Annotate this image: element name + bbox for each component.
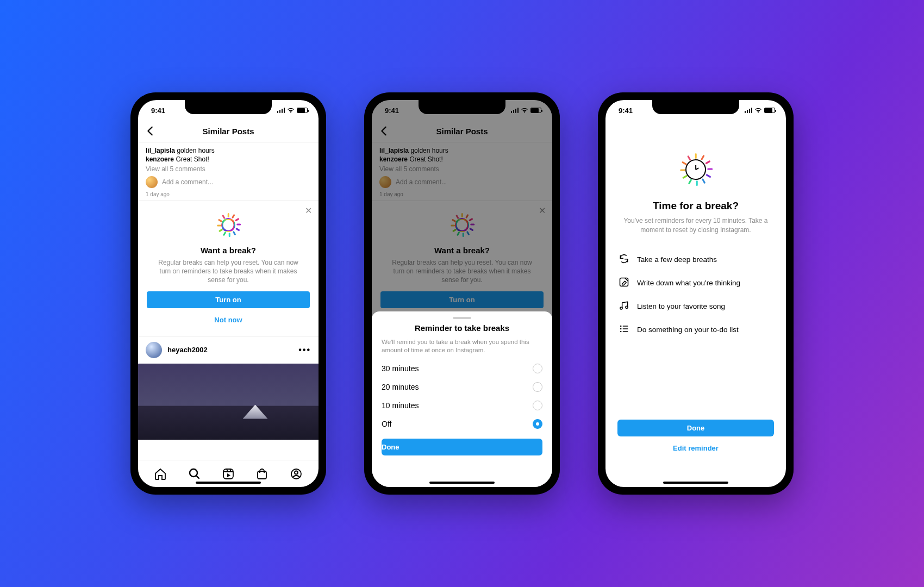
tip-item: Take a few deep breaths	[617, 248, 774, 271]
phone-frame-1: 9:41 Similar Posts lil_lapisla golden ho…	[130, 92, 326, 495]
break-card: ✕ Want a break? Regular breaks can help …	[138, 201, 319, 336]
page-title: Similar Posts	[202, 127, 254, 136]
status-icons	[277, 108, 308, 113]
tab-shop[interactable]	[255, 467, 269, 480]
comment-user: lil_lapisla	[146, 147, 175, 154]
view-all-comments[interactable]: View all 5 comments	[146, 165, 311, 173]
break-actions: Done Edit reminder	[617, 413, 774, 487]
svg-point-6	[620, 307, 622, 309]
radio-icon[interactable]	[533, 401, 542, 410]
avatar	[146, 176, 158, 188]
tip-text: Write down what you're thinking	[637, 279, 740, 287]
svg-rect-2	[258, 471, 266, 479]
home-indicator	[663, 482, 728, 484]
svg-point-7	[626, 306, 628, 308]
reminder-sheet: Reminder to take breaks We'll remind you…	[372, 311, 552, 487]
card-title: Want a break?	[147, 246, 310, 255]
home-indicator	[196, 482, 261, 484]
tip-item: Do something on your to-do list	[617, 318, 774, 341]
notch	[419, 100, 505, 114]
tab-search[interactable]	[188, 467, 201, 480]
svg-point-4	[295, 471, 298, 474]
tab-reels[interactable]	[222, 467, 235, 480]
sheet-desc: We'll remind you to take a break when yo…	[382, 338, 542, 355]
post-timestamp: 1 day ago	[146, 191, 311, 197]
music-icon	[619, 300, 629, 313]
post-username: heyach2002	[167, 346, 293, 354]
not-now-button[interactable]: Not now	[147, 313, 310, 327]
wifi-icon	[287, 108, 295, 113]
comment-user: kenzoere	[146, 155, 174, 163]
tips-list: Take a few deep breathsWrite down what y…	[617, 248, 774, 341]
back-icon[interactable]	[145, 125, 157, 137]
edit-reminder-button[interactable]: Edit reminder	[617, 441, 774, 455]
reminder-option[interactable]: 30 minutes	[382, 359, 542, 378]
status-time: 9:41	[151, 107, 165, 115]
option-label: 20 minutes	[382, 383, 419, 391]
more-icon[interactable]: •••	[298, 345, 311, 355]
card-desc: Regular breaks can help you reset. You c…	[147, 258, 310, 285]
phone-frame-2: 9:41 Similar Posts lil_lapisla golden ho…	[364, 92, 560, 495]
signal-icon	[745, 108, 753, 113]
nav-header: Similar Posts	[138, 121, 319, 142]
comment-text: golden hours	[177, 147, 214, 154]
tip-text: Listen to your favorite song	[637, 302, 725, 310]
svg-point-10	[620, 330, 622, 332]
tip-item: Listen to your favorite song	[617, 295, 774, 318]
edit-icon	[619, 277, 629, 289]
svg-rect-1	[223, 469, 233, 479]
screen-2: 9:41 Similar Posts lil_lapisla golden ho…	[372, 100, 552, 487]
post-header[interactable]: heyach2002 •••	[138, 336, 319, 364]
radio-icon[interactable]	[533, 382, 542, 392]
comment-text: Great Shot!	[176, 155, 209, 163]
battery-icon	[297, 108, 308, 113]
post-image[interactable]	[138, 364, 319, 440]
avatar	[146, 342, 162, 358]
list-icon	[619, 323, 629, 336]
reminder-option[interactable]: Off	[382, 415, 542, 433]
option-label: 10 minutes	[382, 401, 419, 410]
refresh-icon	[619, 253, 629, 266]
close-icon[interactable]: ✕	[305, 205, 312, 216]
done-button[interactable]: Done	[382, 439, 542, 455]
add-comment[interactable]: Add a comment...	[146, 176, 311, 188]
reminder-option[interactable]: 20 minutes	[382, 378, 542, 396]
comment-row[interactable]: kenzoere Great Shot!	[146, 155, 311, 163]
turn-on-button[interactable]: Turn on	[147, 291, 310, 308]
sheet-grabber[interactable]	[453, 317, 471, 319]
radio-icon[interactable]	[533, 419, 542, 429]
tip-text: Do something on your to-do list	[637, 326, 739, 334]
comments-block: lil_lapisla golden hours kenzoere Great …	[138, 142, 319, 201]
option-label: Off	[382, 420, 391, 428]
home-indicator	[429, 482, 495, 484]
tab-profile[interactable]	[290, 467, 303, 480]
feed-content: lil_lapisla golden hours kenzoere Great …	[138, 142, 319, 460]
break-title: Time for a break?	[617, 200, 774, 212]
wifi-icon	[754, 108, 762, 113]
phone-frame-3: 9:41 Time for a break? You've set remind…	[598, 92, 794, 495]
tip-item: Write down what you're thinking	[617, 271, 774, 295]
tip-text: Take a few deep breaths	[637, 255, 717, 264]
signal-icon	[277, 108, 285, 113]
done-button[interactable]: Done	[617, 420, 774, 436]
screen-3: 9:41 Time for a break? You've set remind…	[605, 100, 786, 487]
break-subtitle: You've set reminders for every 10 minute…	[617, 216, 774, 235]
comment-row[interactable]: lil_lapisla golden hours	[146, 147, 311, 154]
add-comment-placeholder: Add a comment...	[162, 178, 213, 186]
radio-icon[interactable]	[533, 364, 542, 373]
reminder-option[interactable]: 10 minutes	[382, 396, 542, 415]
clock-icon	[674, 148, 717, 191]
tab-home[interactable]	[154, 467, 167, 480]
notch	[652, 100, 739, 114]
break-screen: Time for a break? You've set reminders f…	[605, 121, 786, 487]
notch	[185, 100, 272, 114]
option-label: 30 minutes	[382, 364, 419, 373]
status-time: 9:41	[619, 107, 633, 115]
clock-icon	[212, 209, 245, 241]
svg-point-9	[620, 328, 622, 329]
screen-1: 9:41 Similar Posts lil_lapisla golden ho…	[138, 100, 319, 487]
sheet-title: Reminder to take breaks	[382, 323, 542, 333]
svg-point-8	[620, 325, 622, 327]
battery-icon	[764, 108, 775, 113]
status-icons	[745, 108, 776, 113]
